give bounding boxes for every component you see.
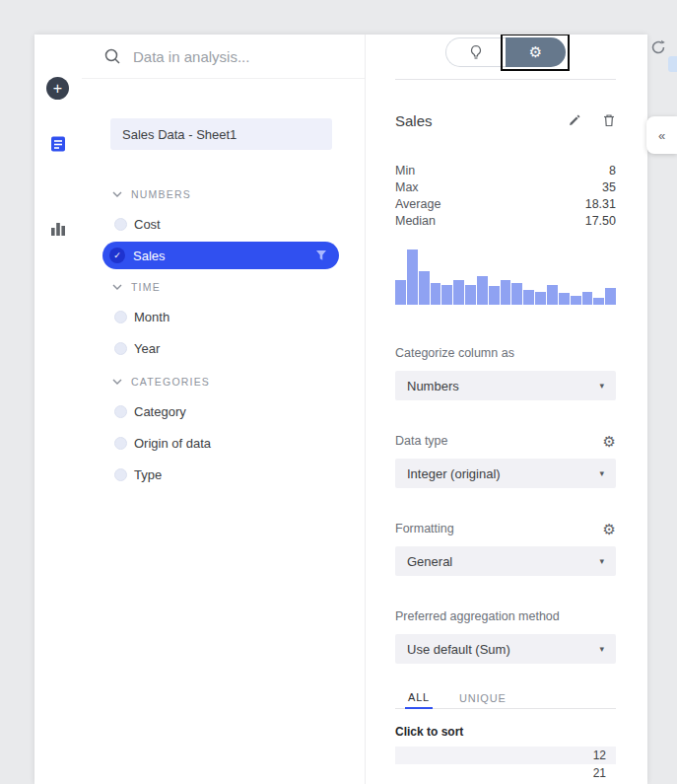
gear-icon[interactable]: ⚙ xyxy=(603,434,616,449)
histogram-bar xyxy=(593,298,604,305)
stat-row-median: Median 17.50 xyxy=(395,212,616,229)
chevron-down-icon xyxy=(112,379,122,385)
section-label: TIME xyxy=(131,281,161,293)
histogram-bar xyxy=(501,280,511,305)
data-table-name: Sales Data - Sheet1 xyxy=(122,127,237,142)
chevron-down-icon xyxy=(112,191,122,197)
aggregation-dropdown[interactable]: Use default (Sum) ▾ xyxy=(395,634,616,664)
edit-icon[interactable] xyxy=(568,113,581,127)
lightbulb-icon xyxy=(468,44,484,60)
field-label: Preferred aggregation method xyxy=(395,609,560,623)
column-dot-icon xyxy=(114,405,127,418)
histogram-bar xyxy=(407,249,418,305)
stat-row-max: Max 35 xyxy=(395,178,616,195)
histogram-bar xyxy=(582,292,593,305)
tab-all[interactable]: ALL xyxy=(405,687,433,709)
check-icon: ✓ xyxy=(109,248,125,263)
formatting-dropdown[interactable]: General ▾ xyxy=(395,546,616,576)
column-item-year[interactable]: Year xyxy=(82,332,365,364)
section-numbers[interactable]: NUMBERS xyxy=(82,180,365,208)
recommendations-toggle-button[interactable] xyxy=(445,37,506,67)
cell-value: 12 xyxy=(593,748,606,762)
left-toolbar: + xyxy=(34,35,82,784)
data-in-analysis-icon[interactable] xyxy=(48,134,68,154)
column-item-origin-of-data[interactable]: Origin of data xyxy=(82,427,365,459)
field-label: Data type xyxy=(395,434,448,448)
column-label: Month xyxy=(134,310,169,324)
column-item-sales-selected[interactable]: ✓ Sales xyxy=(102,242,339,269)
stat-row-average: Average 18.31 xyxy=(395,195,616,212)
stat-label: Max xyxy=(395,180,419,194)
search-icon xyxy=(103,47,121,65)
field-label: Formatting xyxy=(395,522,454,535)
section-time[interactable]: TIME xyxy=(82,273,365,301)
histogram-bar xyxy=(511,283,522,305)
section-categories[interactable]: CATEGORIES xyxy=(82,368,365,395)
properties-toggle-button[interactable]: ⚙ xyxy=(506,37,566,67)
stat-row-min: Min 8 xyxy=(395,162,616,178)
data-type-label-row: Data type ⚙ xyxy=(395,434,616,448)
add-button[interactable]: + xyxy=(46,77,69,100)
value-distribution-histogram xyxy=(395,248,616,305)
tab-unique[interactable]: UNIQUE xyxy=(456,687,509,708)
values-tabs: ALL UNIQUE xyxy=(395,687,616,709)
histogram-bar xyxy=(465,285,476,305)
gear-icon: ⚙ xyxy=(529,43,542,61)
refresh-icon[interactable] xyxy=(649,38,667,56)
categorize-label-row: Categorize column as xyxy=(395,346,616,360)
column-item-type[interactable]: Type xyxy=(82,459,365,490)
data-type-dropdown[interactable]: Integer (original) ▾ xyxy=(395,459,616,488)
histogram-bar xyxy=(571,296,581,305)
collapse-icon: « xyxy=(658,128,665,143)
column-label: Sales xyxy=(133,249,307,263)
value-row[interactable]: 12 xyxy=(395,747,616,764)
gear-icon[interactable]: ⚙ xyxy=(603,522,616,536)
column-title: Sales xyxy=(395,112,433,129)
dropdown-value: Numbers xyxy=(407,379,459,393)
stat-value: 18.31 xyxy=(585,197,616,211)
dropdown-value: General xyxy=(407,554,452,569)
stat-label: Average xyxy=(395,197,440,211)
histogram-bar xyxy=(395,280,406,305)
delete-icon[interactable] xyxy=(602,113,616,127)
column-statistics: Min 8 Max 35 Average 18.31 Median 17.50 xyxy=(395,162,616,229)
chevron-down-icon xyxy=(112,284,122,290)
column-label: Category xyxy=(134,404,186,419)
collapse-panel-button[interactable]: « xyxy=(646,116,677,154)
sort-header[interactable]: Click to sort xyxy=(395,725,616,739)
histogram-bar xyxy=(477,276,488,305)
column-dot-icon xyxy=(114,437,127,450)
section-label: CATEGORIES xyxy=(131,376,210,388)
histogram-bar xyxy=(453,280,464,305)
value-row[interactable]: 21 xyxy=(395,764,616,782)
column-item-cost[interactable]: Cost xyxy=(82,208,365,240)
histogram-bar xyxy=(535,292,546,305)
column-item-category[interactable]: Category xyxy=(82,395,365,427)
bar-chart-icon[interactable] xyxy=(48,219,68,239)
section-label: NUMBERS xyxy=(131,188,191,200)
categorize-dropdown[interactable]: Numbers ▾ xyxy=(395,371,616,400)
stat-value: 35 xyxy=(602,180,616,194)
column-title-row: Sales xyxy=(395,109,616,131)
histogram-bar xyxy=(489,286,500,305)
histogram-bar xyxy=(441,285,452,305)
data-table-item[interactable]: Sales Data - Sheet1 xyxy=(110,118,332,150)
stat-value: 17.50 xyxy=(585,214,616,228)
column-dot-icon xyxy=(114,218,127,231)
divider xyxy=(395,79,616,80)
panel-mode-toggle: ⚙ xyxy=(445,37,566,67)
app-window: + xyxy=(34,35,647,784)
filter-icon[interactable] xyxy=(315,249,327,261)
screen: + xyxy=(0,0,677,784)
histogram-bar xyxy=(523,290,534,305)
caret-down-icon: ▾ xyxy=(599,644,604,654)
stat-label: Min xyxy=(395,164,415,178)
column-item-month[interactable]: Month xyxy=(82,301,365,332)
caret-down-icon: ▾ xyxy=(599,381,604,391)
column-label: Origin of data xyxy=(134,436,211,451)
column-properties-panel: ⚙ Sales xyxy=(367,35,647,784)
caret-down-icon: ▾ xyxy=(599,556,604,566)
search-input[interactable] xyxy=(133,48,349,65)
caret-down-icon: ▾ xyxy=(599,468,604,478)
cropped-ui-fragment xyxy=(668,56,677,72)
